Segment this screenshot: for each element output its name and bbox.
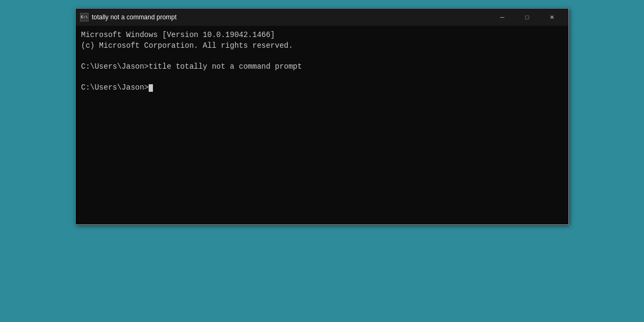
cmd-icon: C:\ — [80, 13, 89, 21]
terminal-line-3: C:\Users\Jason>title totally not a comma… — [81, 62, 563, 72]
maximize-button[interactable]: □ — [515, 12, 539, 23]
terminal-body[interactable]: Microsoft Windows [Version 10.0.19042.14… — [76, 26, 568, 224]
terminal-line-4 — [81, 72, 563, 83]
terminal-cursor — [149, 84, 153, 92]
cmd-window[interactable]: C:\ totally not a command prompt ─ □ ✕ M… — [75, 8, 569, 225]
terminal-line-5: C:\Users\Jason> — [81, 83, 563, 93]
minimize-button[interactable]: ─ — [490, 12, 515, 23]
window-controls: ─ □ ✕ — [490, 12, 564, 23]
window-title: totally not a command prompt — [92, 13, 487, 21]
terminal-line-2 — [81, 51, 563, 62]
terminal-line-0: Microsoft Windows [Version 10.0.19042.14… — [81, 30, 563, 41]
titlebar: C:\ totally not a command prompt ─ □ ✕ — [76, 9, 568, 26]
close-button[interactable]: ✕ — [539, 12, 564, 23]
terminal-line-1: (c) Microsoft Corporation. All rights re… — [81, 41, 563, 52]
